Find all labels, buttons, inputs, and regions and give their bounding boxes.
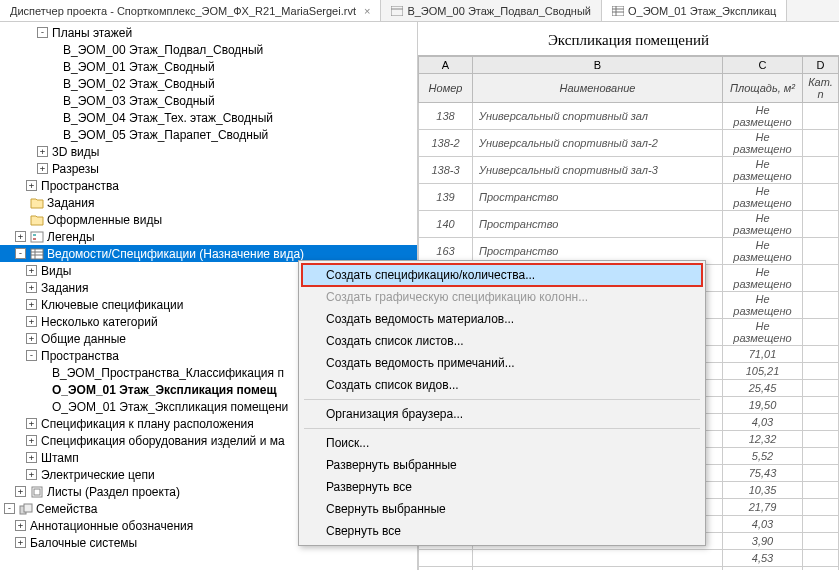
- cell-area[interactable]: 4,53: [723, 550, 803, 567]
- cell-number[interactable]: [419, 567, 473, 571]
- cell-cat[interactable]: [803, 130, 839, 157]
- collapse-icon[interactable]: -: [37, 27, 48, 38]
- cell-area[interactable]: 3,90: [723, 533, 803, 550]
- cell-number[interactable]: [419, 550, 473, 567]
- menu-item[interactable]: Создать спецификацию/количества...: [301, 263, 703, 287]
- cell-name[interactable]: Пространство: [473, 211, 723, 238]
- tree-item[interactable]: В_ЭОМ_00 Этаж_Подвал_Сводный: [0, 41, 417, 58]
- tab-project-browser[interactable]: Диспетчер проекта - Спорткомплекс_ЭОМ_ФХ…: [0, 0, 381, 21]
- collapse-icon[interactable]: -: [26, 350, 37, 361]
- close-icon[interactable]: ×: [364, 5, 370, 17]
- cell-area[interactable]: Не размещено: [723, 184, 803, 211]
- tree-item[interactable]: В_ЭОМ_01 Этаж_Сводный: [0, 58, 417, 75]
- col-header-name[interactable]: Наименование: [473, 74, 723, 103]
- cell-cat[interactable]: [803, 567, 839, 571]
- cell-area[interactable]: 25,45: [723, 380, 803, 397]
- cell-name[interactable]: Универсальный спортивный зал-2: [473, 130, 723, 157]
- cell-area[interactable]: 5,52: [723, 448, 803, 465]
- cell-cat[interactable]: [803, 211, 839, 238]
- menu-item[interactable]: Свернуть все: [302, 520, 702, 542]
- tree-item[interactable]: +3D виды: [0, 143, 417, 160]
- expand-icon[interactable]: +: [15, 520, 26, 531]
- cell-number[interactable]: 138-3: [419, 157, 473, 184]
- menu-item[interactable]: Развернуть выбранные: [302, 454, 702, 476]
- col-header-area[interactable]: Площадь, м²: [723, 74, 803, 103]
- expand-icon[interactable]: +: [26, 469, 37, 480]
- col-header-number[interactable]: Номер: [419, 74, 473, 103]
- cell-name[interactable]: [473, 550, 723, 567]
- expand-icon[interactable]: +: [26, 180, 37, 191]
- cell-number[interactable]: 139: [419, 184, 473, 211]
- cell-cat[interactable]: [803, 499, 839, 516]
- cell-cat[interactable]: [803, 292, 839, 319]
- cell-cat[interactable]: [803, 431, 839, 448]
- cell-cat[interactable]: [803, 482, 839, 499]
- table-row[interactable]: 138Универсальный спортивный залНе размещ…: [419, 103, 839, 130]
- cell-cat[interactable]: [803, 533, 839, 550]
- menu-item[interactable]: Развернуть все: [302, 476, 702, 498]
- expand-icon[interactable]: +: [26, 265, 37, 276]
- cell-cat[interactable]: [803, 238, 839, 265]
- tree-item[interactable]: +Легенды: [0, 228, 417, 245]
- table-row[interactable]: 138-3Универсальный спортивный зал-3Не ра…: [419, 157, 839, 184]
- cell-cat[interactable]: [803, 448, 839, 465]
- cell-cat[interactable]: [803, 550, 839, 567]
- expand-icon[interactable]: +: [26, 316, 37, 327]
- expand-icon[interactable]: +: [26, 299, 37, 310]
- menu-item[interactable]: Свернуть выбранные: [302, 498, 702, 520]
- cell-area[interactable]: Не размещено: [723, 211, 803, 238]
- tree-item[interactable]: В_ЭОМ_04 Этаж_Тех. этаж_Сводный: [0, 109, 417, 126]
- cell-area[interactable]: Не размещено: [723, 292, 803, 319]
- cell-cat[interactable]: [803, 516, 839, 533]
- cell-cat[interactable]: [803, 319, 839, 346]
- tab-view-2[interactable]: О_ЭОМ_01 Этаж_Экспликац: [602, 0, 787, 21]
- cell-area[interactable]: Не размещено: [723, 319, 803, 346]
- cell-cat[interactable]: [803, 184, 839, 211]
- collapse-icon[interactable]: -: [15, 248, 26, 259]
- cell-area[interactable]: Не размещено: [723, 130, 803, 157]
- cell-name[interactable]: Универсальный спортивный зал: [473, 103, 723, 130]
- cell-area[interactable]: 12,32: [723, 431, 803, 448]
- cell-cat[interactable]: [803, 103, 839, 130]
- table-row[interactable]: 138-2Универсальный спортивный зал-2Не ра…: [419, 130, 839, 157]
- cell-area[interactable]: Не размещено: [723, 103, 803, 130]
- col-letter[interactable]: C: [723, 57, 803, 74]
- table-row[interactable]: 4,53: [419, 550, 839, 567]
- menu-item[interactable]: Поиск...: [302, 432, 702, 454]
- cell-cat[interactable]: [803, 414, 839, 431]
- cell-number[interactable]: 138: [419, 103, 473, 130]
- tree-item[interactable]: +Разрезы: [0, 160, 417, 177]
- col-header-cat[interactable]: Кат. п: [803, 74, 839, 103]
- cell-cat[interactable]: [803, 265, 839, 292]
- cell-name[interactable]: Пространство: [473, 184, 723, 211]
- cell-area[interactable]: 4,03: [723, 516, 803, 533]
- tree-item[interactable]: -Планы этажей: [0, 24, 417, 41]
- cell-area[interactable]: 4,03: [723, 414, 803, 431]
- cell-area[interactable]: 10,35: [723, 482, 803, 499]
- expand-icon[interactable]: +: [26, 452, 37, 463]
- cell-cat[interactable]: [803, 465, 839, 482]
- cell-area[interactable]: 19,50: [723, 397, 803, 414]
- col-letter[interactable]: A: [419, 57, 473, 74]
- col-letter[interactable]: B: [473, 57, 723, 74]
- expand-icon[interactable]: +: [26, 418, 37, 429]
- cell-number[interactable]: 140: [419, 211, 473, 238]
- cell-number[interactable]: 138-2: [419, 130, 473, 157]
- menu-item[interactable]: Создать список видов...: [302, 374, 702, 396]
- cell-area[interactable]: 21,79: [723, 499, 803, 516]
- menu-item[interactable]: Организация браузера...: [302, 403, 702, 425]
- cell-cat[interactable]: [803, 397, 839, 414]
- cell-name[interactable]: [473, 567, 723, 571]
- expand-icon[interactable]: +: [26, 435, 37, 446]
- cell-area[interactable]: 71,01: [723, 346, 803, 363]
- cell-cat[interactable]: [803, 346, 839, 363]
- cell-area[interactable]: 105,21: [723, 363, 803, 380]
- table-row[interactable]: 140ПространствоНе размещено: [419, 211, 839, 238]
- cell-area[interactable]: 4,14: [723, 567, 803, 571]
- expand-icon[interactable]: +: [15, 231, 26, 242]
- cell-cat[interactable]: [803, 157, 839, 184]
- cell-name[interactable]: Универсальный спортивный зал-3: [473, 157, 723, 184]
- tab-view-1[interactable]: В_ЭОМ_00 Этаж_Подвал_Сводный: [381, 0, 602, 21]
- tree-item[interactable]: В_ЭОМ_02 Этаж_Сводный: [0, 75, 417, 92]
- tree-item[interactable]: +Пространства: [0, 177, 417, 194]
